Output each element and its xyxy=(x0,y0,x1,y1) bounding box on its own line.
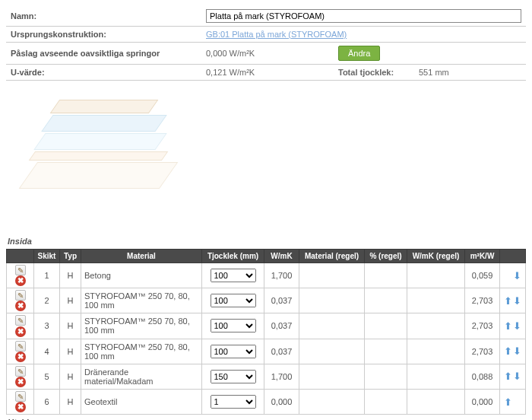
uvarde-value: 0,121 W/m²K xyxy=(201,65,331,81)
pct-regel-cell xyxy=(365,364,407,389)
wmk-regel-cell xyxy=(407,339,465,364)
material-regel-cell xyxy=(299,389,365,414)
change-button[interactable]: Ändra xyxy=(338,46,380,61)
move-down-icon[interactable]: ⬇ xyxy=(513,270,522,282)
skikt-cell: 6 xyxy=(34,389,60,414)
table-row: ✎ ✖5HDränerande material/Makadam1501,700… xyxy=(7,364,526,389)
m2kw-cell: 0,000 xyxy=(465,389,500,414)
col-skikt: Skikt xyxy=(34,250,60,263)
col-wmk: W/mK xyxy=(264,250,299,263)
move-up-icon[interactable]: ⬆ xyxy=(504,295,513,307)
paslag-label: Påslag avseende oavsiktliga springor xyxy=(6,43,201,65)
wmk-cell: 0,037 xyxy=(264,288,299,313)
material-regel-cell xyxy=(299,364,365,389)
material-regel-cell xyxy=(299,288,365,313)
col-wmk-regel: W/mK (regel) xyxy=(407,250,465,263)
wmk-cell: 0,000 xyxy=(264,389,299,414)
wmk-regel-cell xyxy=(407,364,465,389)
edit-icon[interactable]: ✎ xyxy=(15,391,26,402)
thickness-select[interactable]: 1 xyxy=(211,395,256,409)
m2kw-cell: 2,703 xyxy=(465,288,500,313)
move-down-icon[interactable]: ⬇ xyxy=(513,345,522,357)
table-row: ✎ ✖3HSTYROFOAM™ 250 70, 80, 100 mm1000,0… xyxy=(7,313,526,339)
wmk-cell: 1,700 xyxy=(264,364,299,389)
thickness-select[interactable]: 100 xyxy=(211,319,256,332)
material-cell: Dränerande material/Makadam xyxy=(81,364,202,389)
layers-table: Skikt Typ Material Tjocklek (mm) W/mK Ma… xyxy=(6,249,526,415)
paslag-value: 0,000 W/m²K xyxy=(201,43,331,65)
wmk-regel-cell xyxy=(407,389,465,414)
properties-panel: Namn: Ursprungskonstruktion: GB:01 Platt… xyxy=(6,6,526,81)
move-down-icon[interactable]: ⬇ xyxy=(513,295,522,307)
table-row: ✎ ✖1HBetong1001,7000,059⬆⬇ xyxy=(7,263,526,288)
col-m2kw: m²K/W xyxy=(465,250,500,263)
skikt-cell: 3 xyxy=(34,313,60,339)
edit-icon[interactable]: ✎ xyxy=(15,265,26,275)
delete-icon[interactable]: ✖ xyxy=(15,352,26,362)
wmk-cell: 1,700 xyxy=(264,263,299,288)
move-up-icon[interactable]: ⬆ xyxy=(504,371,513,382)
delete-icon[interactable]: ✖ xyxy=(15,275,26,286)
layer-illustration xyxy=(9,92,161,206)
material-cell: STYROFOAM™ 250 70, 80, 100 mm xyxy=(81,339,202,364)
thickness-select[interactable]: 100 xyxy=(211,345,256,358)
table-row: ✎ ✖4HSTYROFOAM™ 250 70, 80, 100 mm1000,0… xyxy=(7,339,526,364)
thickness-select[interactable]: 150 xyxy=(211,370,256,383)
m2kw-cell: 0,059 xyxy=(465,263,500,288)
skikt-cell: 5 xyxy=(34,364,60,389)
inside-heading: Insida xyxy=(8,237,524,246)
delete-icon[interactable]: ✖ xyxy=(15,402,26,412)
material-cell: Betong xyxy=(81,263,202,288)
col-pct-regel: % (regel) xyxy=(365,250,407,263)
col-material: Material xyxy=(81,250,202,263)
move-down-icon[interactable]: ⬇ xyxy=(513,371,522,382)
total-thickness-label: Total tjocklek: xyxy=(331,65,414,81)
name-input[interactable] xyxy=(206,9,521,23)
delete-icon[interactable]: ✖ xyxy=(15,326,26,337)
table-row: ✎ ✖6HGeotextil10,0000,000⬆⬇ xyxy=(7,389,526,414)
m2kw-cell: 0,088 xyxy=(465,364,500,389)
pct-regel-cell xyxy=(365,389,407,414)
pct-regel-cell xyxy=(365,288,407,313)
pct-regel-cell xyxy=(365,263,407,288)
delete-icon[interactable]: ✖ xyxy=(15,301,26,311)
uvarde-label: U-värde: xyxy=(6,65,201,81)
move-down-icon[interactable]: ⬇ xyxy=(513,320,522,332)
material-cell: STYROFOAM™ 250 70, 80, 100 mm xyxy=(81,313,202,339)
layers-header-row: Skikt Typ Material Tjocklek (mm) W/mK Ma… xyxy=(7,250,526,263)
material-cell: Geotextil xyxy=(81,389,202,414)
thickness-select[interactable]: 100 xyxy=(211,269,256,282)
total-thickness-value: 551 mm xyxy=(414,65,526,81)
wmk-regel-cell xyxy=(407,313,465,339)
typ-cell: H xyxy=(60,389,81,414)
edit-icon[interactable]: ✎ xyxy=(15,366,26,377)
typ-cell: H xyxy=(60,313,81,339)
typ-cell: H xyxy=(60,364,81,389)
col-tjocklek: Tjocklek (mm) xyxy=(202,250,264,263)
typ-cell: H xyxy=(60,288,81,313)
wmk-regel-cell xyxy=(407,263,465,288)
delete-icon[interactable]: ✖ xyxy=(15,377,26,387)
edit-icon[interactable]: ✎ xyxy=(15,290,26,301)
thickness-select[interactable]: 100 xyxy=(211,294,256,307)
origin-label: Ursprungskonstruktion: xyxy=(6,27,201,43)
wmk-regel-cell xyxy=(407,288,465,313)
edit-icon[interactable]: ✎ xyxy=(15,315,26,326)
wmk-cell: 0,037 xyxy=(264,339,299,364)
typ-cell: H xyxy=(60,263,81,288)
m2kw-cell: 2,703 xyxy=(465,339,500,364)
origin-link[interactable]: GB:01 Platta på mark (STYROFOAM) xyxy=(206,30,347,39)
skikt-cell: 1 xyxy=(34,263,60,288)
pct-regel-cell xyxy=(365,313,407,339)
move-up-icon[interactable]: ⬆ xyxy=(504,345,513,357)
material-regel-cell xyxy=(299,263,365,288)
skikt-cell: 4 xyxy=(34,339,60,364)
table-row: ✎ ✖2HSTYROFOAM™ 250 70, 80, 100 mm1000,0… xyxy=(7,288,526,313)
name-label: Namn: xyxy=(6,6,201,27)
move-up-icon[interactable]: ⬆ xyxy=(504,396,513,408)
edit-icon[interactable]: ✎ xyxy=(15,341,26,352)
col-material-regel: Material (regel) xyxy=(299,250,365,263)
move-up-icon[interactable]: ⬆ xyxy=(504,320,513,332)
pct-regel-cell xyxy=(365,339,407,364)
typ-cell: H xyxy=(60,339,81,364)
